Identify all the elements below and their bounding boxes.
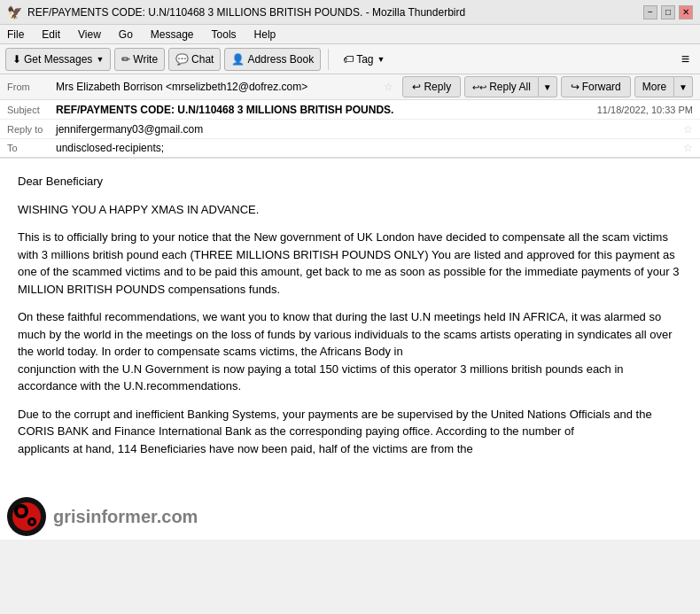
from-label: From <box>7 82 56 92</box>
forward-button[interactable]: ↪ Forward <box>561 76 631 97</box>
watermark-text: grisinformer.com <box>53 503 198 530</box>
svg-point-2 <box>14 504 28 518</box>
app-icon: 🦅 <box>7 5 22 19</box>
svg-point-5 <box>30 520 34 524</box>
email-date: 11/18/2022, 10:33 PM <box>597 105 693 115</box>
email-paragraph-1: Dear Beneficiary <box>18 173 682 190</box>
tag-icon: 🏷 <box>343 53 354 66</box>
to-value: undisclosed-recipients; <box>56 142 680 154</box>
subject-value: REF/PAYMENTS CODE: U.N/110468 3 MILLIONS… <box>56 104 393 116</box>
address-book-icon: 👤 <box>231 53 245 66</box>
titlebar: 🦅 REF/PAYMENTS CODE: U.N/110468 3 MILLIO… <box>0 0 700 25</box>
reply-to-value: jennifergermany03@gmail.com <box>56 123 680 136</box>
get-messages-icon: ⬇ <box>12 53 21 66</box>
tag-button[interactable]: 🏷 Tag ▼ <box>336 48 392 71</box>
email-paragraph-5: Due to the corrupt and inefficient Banki… <box>18 406 682 458</box>
svg-point-4 <box>27 517 36 526</box>
menu-go[interactable]: Go <box>115 27 136 43</box>
reply-all-dropdown-button[interactable]: ▼ <box>539 76 557 97</box>
subject-label: Subject <box>7 105 56 115</box>
more-dropdown-button[interactable]: ▼ <box>674 76 693 97</box>
address-book-button[interactable]: 👤 Address Book <box>224 48 321 71</box>
reply-all-button[interactable]: ↩↩ Reply All <box>464 76 539 97</box>
menu-help[interactable]: Help <box>251 27 280 43</box>
reply-all-icon: ↩↩ <box>472 82 486 92</box>
main-toolbar: ⬇ Get Messages ▼ ✏ Write 💬 Chat 👤 Addres… <box>0 44 700 74</box>
maximize-button[interactable]: □ <box>661 5 675 19</box>
get-messages-dropdown-icon[interactable]: ▼ <box>96 55 104 64</box>
svg-point-3 <box>18 508 25 515</box>
reply-button[interactable]: ↩ Reply <box>402 76 461 97</box>
window-controls: − □ ✕ <box>643 5 693 19</box>
email-paragraph-4: On these faithful recommendations, we wa… <box>18 308 682 395</box>
close-button[interactable]: ✕ <box>679 5 693 19</box>
menu-file[interactable]: File <box>4 27 27 43</box>
reply-to-row: Reply to jennifergermany03@gmail.com ☆ <box>0 120 700 139</box>
email-paragraph-2: WISHING YOU A HAPPY XMAS IN ADVANCE. <box>18 201 682 219</box>
tag-dropdown-icon[interactable]: ▼ <box>377 55 385 64</box>
watermark-overlay: grisinformer.com <box>0 469 686 540</box>
reply-icon: ↩ <box>412 81 421 93</box>
to-star-icon[interactable]: ☆ <box>683 142 693 154</box>
email-body: Dear Beneficiary WISHING YOU A HAPPY XMA… <box>0 159 700 540</box>
email-paragraph-3: This is to officially bring to your noti… <box>18 229 682 298</box>
watermark-logo: grisinformer.com <box>7 497 198 536</box>
forward-icon: ↪ <box>571 81 579 93</box>
write-button[interactable]: ✏ Write <box>114 48 165 71</box>
window-title: REF/PAYMENTS CODE: U.N/110468 3 MILLIONS… <box>27 6 643 19</box>
more-button[interactable]: More <box>634 76 674 97</box>
toolbar-separator <box>328 49 329 70</box>
write-icon: ✏ <box>121 53 130 66</box>
to-label: To <box>7 143 56 153</box>
logo-icon <box>7 497 46 536</box>
menu-view[interactable]: View <box>74 27 105 43</box>
reply-to-star-icon[interactable]: ☆ <box>683 123 693 136</box>
minimize-button[interactable]: − <box>643 5 657 19</box>
get-messages-button[interactable]: ⬇ Get Messages ▼ <box>5 48 111 71</box>
from-value: Mrs Elizabeth Borrison <mrselizbeth12@do… <box>56 81 380 93</box>
chat-button[interactable]: 💬 Chat <box>168 48 221 71</box>
to-row: To undisclosed-recipients; ☆ <box>0 139 700 159</box>
from-star-icon[interactable]: ☆ <box>384 81 393 93</box>
menu-message[interactable]: Message <box>147 27 198 43</box>
reply-to-label: Reply to <box>7 124 56 135</box>
email-headers: From Mrs Elizabeth Borrison <mrselizbeth… <box>0 74 700 159</box>
svg-point-0 <box>7 497 46 536</box>
more-split-button: More ▼ <box>634 76 693 97</box>
svg-point-1 <box>12 502 41 531</box>
reply-all-split-button: ↩↩ Reply All ▼ <box>464 76 557 97</box>
menu-edit[interactable]: Edit <box>38 27 64 43</box>
menu-tools[interactable]: Tools <box>208 27 240 43</box>
subject-row: Subject REF/PAYMENTS CODE: U.N/110468 3 … <box>0 100 700 120</box>
menubar: File Edit View Go Message Tools Help <box>0 25 700 44</box>
chat-icon: 💬 <box>175 53 189 66</box>
hamburger-menu-button[interactable]: ≡ <box>676 50 695 69</box>
